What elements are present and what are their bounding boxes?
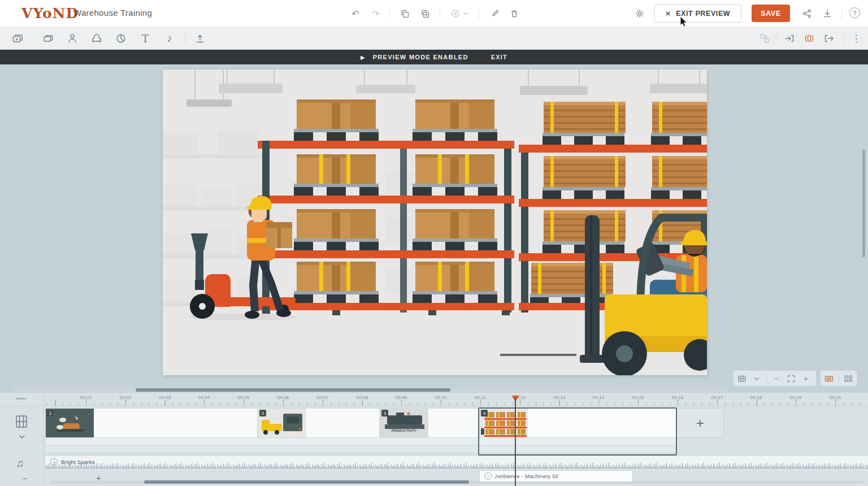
preview-exit-link[interactable]: EXIT	[491, 54, 507, 60]
grid-icon[interactable]	[737, 374, 747, 384]
undo-icon[interactable]: ↶	[348, 6, 363, 21]
motion-subtrack[interactable]	[45, 438, 676, 446]
divider	[389, 8, 390, 19]
divider	[841, 8, 842, 19]
fit-screen-icon[interactable]	[786, 374, 796, 384]
divider	[479, 8, 479, 19]
close-icon: ×	[666, 9, 671, 18]
scene-library-icon[interactable]	[9, 31, 26, 46]
timeline-gutter: ♫	[0, 393, 44, 486]
scene-number-badge: 2	[259, 410, 266, 416]
download-icon[interactable]	[819, 6, 835, 21]
zoom-out-button[interactable]: −	[771, 374, 782, 384]
timeline-resize-handle[interactable]	[16, 398, 26, 400]
music-note-icon: ♪	[484, 472, 492, 480]
arrange-icon[interactable]	[756, 31, 773, 46]
enter-transition-icon[interactable]	[781, 31, 798, 46]
exit-preview-button[interactable]: × EXIT PREVIEW	[654, 4, 741, 23]
audio-track-icon: ♫	[16, 457, 24, 470]
copy-scene-icon[interactable]	[417, 6, 433, 21]
audio-clip-name: Ambience - Machinery 02	[495, 473, 558, 479]
audio-waveform	[45, 462, 868, 469]
copy-icon[interactable]	[397, 6, 413, 21]
character-icon[interactable]	[64, 31, 81, 46]
audio-icon[interactable]: ♪	[161, 31, 178, 46]
scrollbar-thumb[interactable]	[136, 388, 450, 392]
project-title[interactable]: Warehouse Training	[73, 8, 152, 18]
preview-mode-bar: ▶ PREVIEW MODE ENABLED EXIT	[0, 50, 868, 64]
prop-icon[interactable]	[88, 31, 105, 46]
exit-preview-label: EXIT PREVIEW	[676, 10, 730, 18]
delete-icon[interactable]	[506, 6, 522, 21]
upload-icon[interactable]	[192, 31, 209, 46]
chevron-down-icon[interactable]	[752, 374, 762, 384]
preview-mode-label: PREVIEW MODE ENABLED	[373, 54, 468, 60]
more-options-icon[interactable]: ⋮	[848, 31, 865, 46]
divider	[839, 374, 839, 383]
top-bar: VYoND Warehouse Training ↶ ↷ ×	[0, 0, 868, 27]
svg-text:PRODUCTIVITY: PRODUCTIVITY	[392, 429, 417, 432]
exit-transition-icon[interactable]	[821, 31, 837, 46]
canvas-vertical-scrollbar[interactable]	[862, 150, 865, 257]
audio-clip-ambience-machinery[interactable]: ♪ Ambience - Machinery 02	[479, 470, 633, 482]
timeline-zoom-out[interactable]: −	[23, 474, 28, 483]
divider	[440, 8, 440, 19]
help-icon[interactable]: ?	[849, 7, 860, 18]
chevron-down-icon[interactable]	[462, 10, 469, 17]
video-track-icon	[15, 414, 28, 429]
scene-clip-3[interactable]: PRODUCTIVITY 3	[380, 408, 479, 438]
vyond-editor: VYoND Warehouse Training ↶ ↷ ×	[0, 0, 868, 486]
workspace: − +	[0, 64, 868, 393]
text-icon[interactable]: T	[137, 31, 154, 46]
share-icon[interactable]	[799, 6, 815, 21]
save-button[interactable]: SAVE	[752, 5, 790, 22]
divider	[185, 34, 185, 44]
settings-gear-icon[interactable]	[632, 6, 648, 21]
scene-number-badge: 1	[47, 410, 54, 416]
divider	[766, 374, 767, 383]
camera-icon[interactable]	[448, 6, 463, 21]
zoom-in-button[interactable]: +	[801, 374, 811, 384]
scene-clip-4-selected[interactable]: 4	[479, 408, 676, 438]
canvas-stage[interactable]	[163, 70, 707, 375]
scene-number-badge: 4	[481, 410, 488, 416]
scene-number-badge: 3	[381, 410, 388, 416]
chart-icon[interactable]	[112, 31, 129, 46]
canvas-mode-controls	[821, 371, 857, 386]
divider	[776, 34, 776, 44]
divider	[63, 8, 64, 19]
add-scene-button[interactable]: +	[676, 408, 724, 438]
camera-subtrack[interactable]	[45, 446, 676, 453]
audio-clip-bright-sparks[interactable]: ♪ Bright Sparks	[45, 455, 868, 470]
ceiling-light	[186, 99, 232, 107]
transition-icon[interactable]	[801, 31, 818, 46]
timeline-scrollbar-thumb[interactable]	[144, 480, 469, 484]
canvas-horizontal-scrollbar[interactable]	[12, 388, 726, 392]
timeline: ♫ 00:01 00:02 00:03 00:04 00:05 00:06 00…	[0, 393, 868, 486]
ruler-minor-ticks	[45, 402, 865, 406]
background-icon[interactable]	[40, 31, 57, 46]
scene-clip-2[interactable]: 2	[258, 408, 380, 438]
format-brush-icon[interactable]	[487, 6, 502, 21]
divider	[843, 34, 844, 44]
layout-grid-icon[interactable]	[843, 374, 853, 384]
redo-icon[interactable]: ↷	[368, 6, 384, 21]
camera-frame-icon[interactable]	[824, 374, 834, 384]
asset-toolbar: T ♪ ⋮	[0, 27, 868, 50]
playhead-line	[515, 397, 516, 486]
scene-clip-1[interactable]: 1	[45, 408, 258, 438]
vyond-logo[interactable]: VYoND	[21, 5, 79, 21]
warehouse-scene	[163, 70, 707, 375]
play-icon: ▶	[361, 54, 365, 60]
collapse-chevron-icon[interactable]	[18, 433, 26, 440]
canvas-view-controls: − +	[734, 371, 816, 386]
